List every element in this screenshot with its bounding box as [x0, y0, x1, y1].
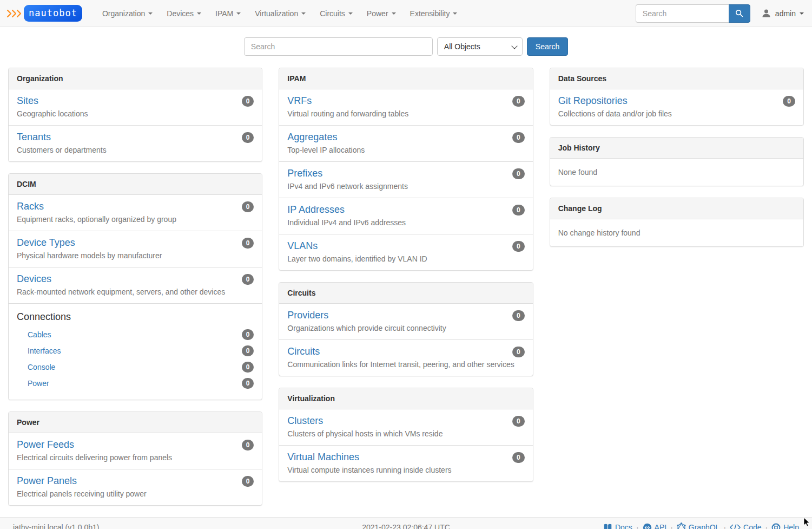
count-badge: 0	[512, 452, 525, 463]
ip-addresses-link[interactable]: IP Addresses	[287, 204, 345, 215]
count-badge: 0	[242, 362, 254, 373]
cables-link[interactable]: Cables	[28, 330, 51, 339]
count-badge: 0	[242, 440, 254, 450]
menu-extensibility[interactable]: Extensibility	[403, 1, 465, 26]
connections-section: Connections Cables 0 Interfaces 0 Consol…	[9, 303, 262, 400]
list-item: Power 0	[17, 375, 254, 391]
panel-heading: Data Sources	[550, 68, 803, 89]
prefixes-link[interactable]: Prefixes	[287, 168, 322, 179]
separator: ·	[636, 523, 639, 529]
user-menu[interactable]: admin	[761, 8, 804, 18]
footer-link-label: Docs	[615, 523, 632, 529]
count-badge: 0	[242, 329, 254, 340]
count-badge: 0	[242, 274, 254, 285]
count-badge: 0	[512, 205, 525, 215]
virtual-machines-link[interactable]: Virtual Machines	[287, 452, 359, 463]
count-badge: 0	[242, 476, 254, 487]
panel-heading: Change Log	[550, 198, 803, 219]
count-badge: 0	[783, 96, 795, 107]
vlans-link[interactable]: VLANs	[287, 240, 318, 252]
help-link[interactable]: Help	[771, 523, 799, 529]
chevron-down-icon	[301, 12, 306, 15]
menu-ipam[interactable]: IPAM	[208, 1, 248, 26]
item-description: Organizations which provide circuit conn…	[287, 324, 524, 332]
menu-power[interactable]: Power	[360, 1, 403, 26]
count-badge: 0	[512, 96, 525, 107]
menu-label: IPAM	[215, 9, 233, 18]
count-badge: 0	[242, 345, 254, 356]
list-item: Tenants 0 Customers or departments	[9, 125, 262, 161]
footer-hostname: jathy-mini.local (v1.0.0b1)	[13, 523, 100, 529]
panel-heading: DCIM	[9, 174, 262, 195]
footer: jathy-mini.local (v1.0.0b1) 2021-02-23 0…	[0, 517, 812, 529]
power-panels-link[interactable]: Power Panels	[17, 475, 77, 487]
panel-ipam: IPAM VRFs 0 Virtual routing and forwardi…	[279, 68, 533, 271]
menu-label: Power	[367, 9, 388, 18]
object-type-select[interactable]: All Objects	[437, 37, 523, 56]
menu-circuits[interactable]: Circuits	[313, 1, 360, 26]
menu-organization[interactable]: Organization	[95, 1, 160, 26]
panel-dcim: DCIM Racks 0 Equipment racks, optionally…	[8, 173, 262, 400]
footer-link-label: API	[655, 523, 667, 529]
dashboard-grid: Organization Sites 0 Geographic location…	[0, 68, 812, 517]
count-badge: 0	[242, 96, 254, 107]
empty-state-text: No change history found	[550, 219, 803, 246]
graphql-link[interactable]: GraphQL	[677, 523, 720, 529]
item-description: Customers or departments	[17, 146, 254, 154]
navbar-search-input[interactable]	[636, 4, 729, 23]
search-button[interactable]: Search	[527, 37, 568, 56]
item-description: Communication links for Internet transit…	[287, 360, 524, 369]
footer-link-label: GraphQL	[689, 523, 720, 529]
item-description: IPv4 and IPv6 network assignments	[287, 182, 524, 191]
navbar-search-button[interactable]	[729, 4, 750, 23]
menu-label: Circuits	[320, 9, 345, 18]
code-link[interactable]: Code	[730, 523, 761, 529]
list-item: Virtual Machines 0 Virtual compute insta…	[279, 445, 532, 481]
search-input[interactable]	[244, 37, 433, 56]
power-feeds-link[interactable]: Power Feeds	[17, 439, 74, 450]
vrfs-link[interactable]: VRFs	[287, 95, 312, 107]
panel-heading: Organization	[9, 68, 262, 89]
item-description: Clusters of physical hosts in which VMs …	[287, 429, 524, 438]
providers-link[interactable]: Providers	[287, 310, 328, 321]
sites-link[interactable]: Sites	[17, 95, 38, 107]
item-description: Electrical panels receiving utility powe…	[17, 489, 254, 498]
power-connections-link[interactable]: Power	[28, 379, 49, 388]
circuits-link[interactable]: Circuits	[287, 346, 320, 357]
aggregates-link[interactable]: Aggregates	[287, 132, 337, 143]
api-link[interactable]: API	[643, 523, 667, 529]
list-item: IP Addresses 0 Individual IPv4 and IPv6 …	[279, 198, 532, 234]
footer-link-label: Code	[743, 523, 761, 529]
username: admin	[775, 9, 796, 18]
count-badge: 0	[242, 378, 254, 389]
panel-job-history: Job History None found	[550, 137, 804, 186]
footer-link-label: Help	[783, 523, 799, 529]
docs-link[interactable]: Docs	[603, 523, 632, 529]
device-types-link[interactable]: Device Types	[17, 237, 75, 249]
item-description: Virtual routing and forwarding tables	[287, 109, 524, 118]
menu-devices[interactable]: Devices	[160, 1, 208, 26]
api-circle-icon	[643, 523, 652, 529]
list-item: VLANs 0 Layer two domains, identified by…	[279, 234, 532, 270]
tenants-link[interactable]: Tenants	[17, 132, 51, 143]
list-item: Aggregates 0 Top-level IP allocations	[279, 125, 532, 161]
panel-circuits: Circuits Providers 0 Organizations which…	[279, 282, 533, 376]
clusters-link[interactable]: Clusters	[287, 415, 323, 427]
navbar-right: admin	[636, 4, 804, 23]
interfaces-link[interactable]: Interfaces	[28, 347, 61, 355]
git-repositories-link[interactable]: Git Repositories	[558, 95, 628, 107]
racks-link[interactable]: Racks	[17, 201, 44, 212]
menu-label: Virtualization	[255, 9, 298, 18]
main-menu: Organization Devices IPAM Virtualization…	[95, 1, 465, 26]
console-link[interactable]: Console	[28, 363, 55, 371]
devices-link[interactable]: Devices	[17, 273, 51, 285]
footer-links: Docs · API · GraphQL ·	[603, 523, 799, 529]
list-item: Cables 0	[17, 326, 254, 343]
item-description: Electrical circuits delivering power fro…	[17, 453, 254, 462]
menu-virtualization[interactable]: Virtualization	[248, 1, 313, 26]
count-badge: 0	[512, 168, 525, 179]
top-navbar: nautobot Organization Devices IPAM Virtu…	[0, 0, 812, 27]
nautobot-logo[interactable]: nautobot	[6, 5, 82, 22]
item-description: Rack-mounted network equipment, servers,…	[17, 288, 254, 296]
chevron-down-icon	[197, 12, 201, 15]
